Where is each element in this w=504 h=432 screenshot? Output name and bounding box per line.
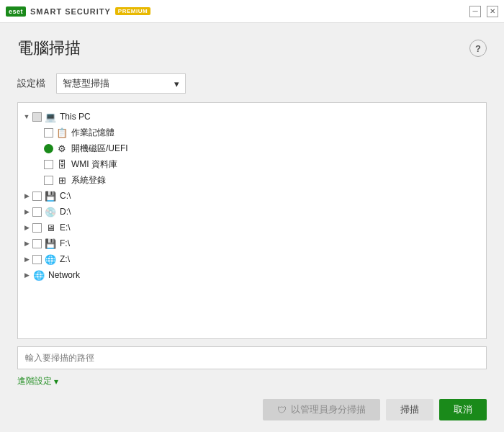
eset-logo: eset	[6, 6, 26, 17]
label-f: F:\	[60, 238, 70, 248]
title-bar-left: eset SMART SECURITY PREMIUM	[6, 6, 150, 17]
expander-e[interactable]	[21, 222, 32, 233]
registry-icon: ⊞	[55, 174, 68, 186]
checkbox-c[interactable]	[32, 192, 42, 201]
expander-uefi	[32, 143, 44, 154]
title-bar: eset SMART SECURITY PREMIUM ─ ✕	[0, 0, 504, 23]
settings-row: 設定檔 智慧型掃描 ▾	[17, 73, 487, 94]
minimize-button[interactable]: ─	[469, 6, 481, 17]
path-input[interactable]	[17, 346, 487, 369]
z-icon: 🌐	[44, 253, 57, 265]
d-icon: 💿	[44, 206, 57, 217]
expander-registry	[32, 174, 44, 186]
page-header: 電腦掃描 ?	[17, 37, 487, 59]
label-c: C:\	[60, 191, 71, 201]
checkbox-f[interactable]	[32, 239, 42, 248]
shield-icon: 🛡	[277, 405, 287, 415]
expander-f[interactable]	[21, 238, 32, 249]
expander-wmi	[32, 158, 44, 170]
scan-as-admin-button[interactable]: 🛡 以管理員身分掃描	[263, 399, 380, 420]
profile-value: 智慧型掃描	[63, 77, 109, 90]
dropdown-arrow-icon: ▾	[174, 78, 179, 89]
expander-ram	[32, 127, 44, 138]
advanced-arrow-icon: ▾	[54, 377, 58, 387]
main-content: 電腦掃描 ? 設定檔 智慧型掃描 ▾ 💻 This PC 📋 作業記憶體	[0, 23, 504, 432]
profile-label: 設定檔	[17, 77, 49, 90]
label-this-pc: This PC	[60, 112, 91, 122]
tree-item-e[interactable]: 🖥 E:\	[18, 220, 486, 235]
tree-item-z[interactable]: 🌐 Z:\	[18, 251, 486, 267]
label-network: Network	[48, 270, 80, 280]
expander-z[interactable]	[21, 253, 32, 265]
premium-badge: PREMIUM	[115, 7, 150, 15]
tree-item-d[interactable]: 💿 D:\	[18, 204, 486, 220]
expander-c[interactable]	[21, 190, 32, 202]
logo-box: eset	[6, 6, 26, 17]
wmi-icon: 🗄	[55, 158, 68, 170]
expander-network[interactable]	[21, 269, 32, 281]
advanced-settings-link[interactable]: 進階設定 ▾	[17, 375, 487, 387]
thispc-icon: 💻	[44, 111, 57, 122]
scan-as-admin-label: 以管理員身分掃描	[291, 403, 366, 416]
checkbox-this-pc[interactable]	[32, 112, 42, 122]
f-icon: 💾	[44, 238, 57, 249]
app-name: SMART SECURITY	[30, 7, 111, 16]
footer-buttons: 🛡 以管理員身分掃描 掃描 取消	[17, 396, 487, 420]
tree-item-uefi[interactable]: ⚙ 開機磁區/UEFI	[18, 140, 486, 156]
expander-d[interactable]	[21, 206, 32, 217]
checkbox-d[interactable]	[32, 207, 42, 217]
uefi-icon: ⚙	[55, 143, 68, 154]
checkbox-uefi[interactable]	[44, 144, 53, 153]
e-icon: 🖥	[44, 222, 57, 233]
tree-item-wmi[interactable]: 🗄 WMI 資料庫	[18, 156, 486, 172]
checkbox-z[interactable]	[32, 255, 42, 264]
label-ram: 作業記憶體	[71, 127, 114, 139]
ram-icon: 📋	[55, 127, 68, 138]
label-d: D:\	[60, 207, 71, 217]
help-button[interactable]: ?	[469, 40, 487, 57]
tree-item-f[interactable]: 💾 F:\	[18, 235, 486, 251]
tree-item-ram[interactable]: 📋 作業記憶體	[18, 125, 486, 140]
tree-container[interactable]: 💻 This PC 📋 作業記憶體 ⚙ 開機磁區/UEFI 🗄 WMI 資料庫	[17, 102, 487, 339]
label-registry: 系統登錄	[71, 174, 106, 186]
path-input-container	[17, 346, 487, 369]
checkbox-registry[interactable]	[44, 176, 53, 185]
close-button[interactable]: ✕	[487, 6, 498, 17]
advanced-label: 進階設定	[17, 375, 52, 387]
tree-item-c[interactable]: 💾 C:\	[18, 188, 486, 204]
scan-button[interactable]: 掃描	[386, 399, 433, 420]
checkbox-wmi[interactable]	[44, 160, 53, 169]
checkbox-e[interactable]	[32, 223, 42, 233]
label-wmi: WMI 資料庫	[71, 158, 117, 171]
cancel-button[interactable]: 取消	[439, 399, 487, 420]
label-uefi: 開機磁區/UEFI	[71, 143, 128, 155]
checkbox-ram[interactable]	[44, 128, 53, 138]
c-icon: 💾	[44, 190, 57, 202]
tree-item-registry[interactable]: ⊞ 系統登錄	[18, 172, 486, 188]
tree-item-this-pc[interactable]: 💻 This PC	[18, 109, 486, 125]
title-bar-controls: ─ ✕	[469, 6, 498, 17]
expander-this-pc[interactable]	[21, 111, 32, 122]
page-title: 電腦掃描	[17, 37, 81, 59]
network-icon: 🌐	[32, 269, 45, 281]
tree-item-network[interactable]: 🌐 Network	[18, 267, 486, 283]
profile-dropdown[interactable]: 智慧型掃描 ▾	[56, 73, 186, 94]
label-e: E:\	[60, 222, 71, 233]
label-z: Z:\	[60, 254, 70, 264]
